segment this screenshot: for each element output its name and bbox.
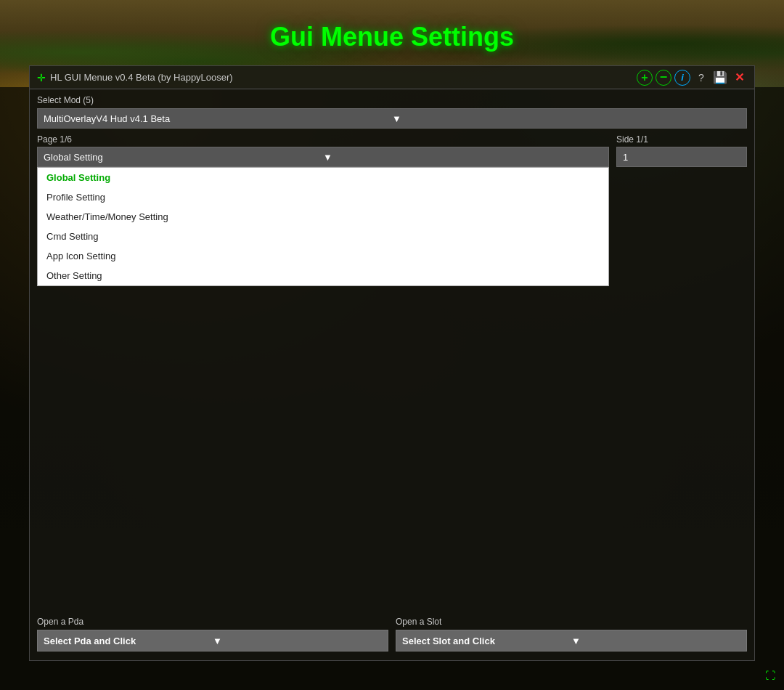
content-area: Select Mod (5) MultiOverlayV4 Hud v4.1 B… [30,89,754,295]
page-dropdown-list: Global Setting Profile Setting Weather/T… [37,167,609,286]
question-button[interactable]: ? [693,70,709,86]
open-slot-dropdown[interactable]: Select Slot and Click ▼ [396,630,747,652]
minus-button[interactable]: − [656,70,671,86]
page-side-row: Page 1/6 Global Setting ▼ Global Setting… [37,134,747,286]
open-pda-label: Open a Pda [37,617,388,627]
page-arrow: ▼ [323,152,603,163]
main-title: Gui Menue Settings [270,22,514,52]
side-input: 1 [616,147,747,167]
title-bar-text: HL GUI Menue v0.4 Beta (by HappyLooser) [50,72,233,83]
side-value: 1 [623,152,628,163]
page-label: Page 1/6 [37,134,609,145]
add-button[interactable]: + [637,70,653,86]
open-slot-arrow: ▼ [571,636,740,646]
save-button[interactable]: 💾 [712,70,728,86]
open-slot-value: Select Slot and Click [402,636,571,646]
close-button[interactable]: ✕ [731,70,747,86]
dropdown-item-appicon[interactable]: App Icon Setting [38,246,608,266]
title-bar-controls: + − i ? 💾 ✕ [637,70,747,86]
dropdown-item-profile[interactable]: Profile Setting [38,187,608,207]
open-pda-arrow: ▼ [213,636,382,646]
page-dropdown[interactable]: Global Setting ▼ [37,147,609,167]
dropdown-item-cmd[interactable]: Cmd Setting [38,227,608,246]
select-mod-dropdown[interactable]: MultiOverlayV4 Hud v4.1 Beta ▼ [37,108,747,129]
select-mod-arrow: ▼ [392,113,740,124]
corner-resize-icon: ⛶ [765,670,775,681]
open-slot-col: Open a Slot Select Slot and Click ▼ [396,617,747,652]
select-mod-value: MultiOverlayV4 Hud v4.1 Beta [44,113,392,124]
open-pda-value: Select Pda and Click [44,636,213,646]
bottom-section: Open a Pda Select Pda and Click ▼ Open a… [37,617,747,652]
title-bar: ✛ HL GUI Menue v0.4 Beta (by HappyLooser… [30,66,754,89]
gui-window: ✛ HL GUI Menue v0.4 Beta (by HappyLooser… [29,65,755,661]
title-bar-left: ✛ HL GUI Menue v0.4 Beta (by HappyLooser… [37,72,233,84]
dropdown-item-global[interactable]: Global Setting [38,168,608,187]
crosshair-icon: ✛ [37,72,46,84]
info-button[interactable]: i [674,70,690,86]
open-slot-label: Open a Slot [396,617,747,627]
side-label: Side 1/1 [616,134,747,145]
page-value: Global Setting [44,152,323,163]
page-section: Page 1/6 Global Setting ▼ Global Setting… [37,134,609,286]
dropdown-item-other[interactable]: Other Setting [38,266,608,285]
select-mod-label: Select Mod (5) [37,95,747,105]
side-section: Side 1/1 1 [616,134,747,286]
dropdown-item-weather[interactable]: Weather/Time/Money Setting [38,207,608,227]
open-pda-dropdown[interactable]: Select Pda and Click ▼ [37,630,388,652]
open-pda-col: Open a Pda Select Pda and Click ▼ [37,617,388,652]
